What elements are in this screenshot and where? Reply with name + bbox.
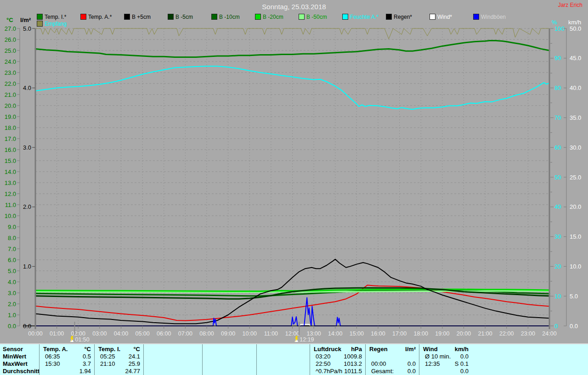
- temp-axis-label: 1.0: [8, 312, 16, 319]
- time-axis-label: 13:00: [306, 330, 321, 337]
- table-value: 24.77: [94, 368, 140, 375]
- table-separator: [143, 344, 144, 375]
- time-axis-label: 18:00: [414, 330, 428, 337]
- time-axis-label: 05:00: [135, 330, 149, 337]
- time-axis-label: 23:00: [521, 330, 535, 337]
- time-axis-label: 10:00: [243, 330, 257, 337]
- legend-row-1: Temp. I.*Temp. A.*B +5cmB -5cmB -10cmB -…: [37, 13, 517, 20]
- time-axis-label: 03:00: [92, 330, 107, 337]
- marker-time-label: 01:50: [75, 336, 89, 343]
- temp-axis-label: 7.0: [8, 246, 16, 252]
- table-value: 0.0: [365, 360, 416, 368]
- table-value: S 0.1: [419, 360, 469, 368]
- temp-axis-unit: °C: [6, 17, 13, 23]
- humidity-axis-unit: %: [552, 19, 557, 26]
- temp-axis-label: 27.0: [5, 25, 16, 32]
- temp-axis-label: 23.0: [5, 69, 16, 76]
- table-value: 25.9: [94, 360, 140, 368]
- legend-label: B -20cm: [263, 14, 283, 20]
- wind-axis-label: 20.0: [570, 203, 581, 210]
- wind-axis-label: 30.0: [570, 144, 581, 151]
- temp-axis-label: 16.0: [5, 146, 16, 153]
- table-value: 1011.5: [310, 368, 362, 375]
- wind-axis-label: 45.0: [570, 55, 581, 62]
- humidity-axis-label: 20: [554, 263, 561, 270]
- time-axis-label: 15:00: [350, 330, 364, 337]
- wind-axis-label: 50.0: [570, 25, 581, 32]
- time-axis-label: 02:00: [71, 330, 85, 337]
- table-value: 0.0: [419, 368, 469, 375]
- temp-axis-label: 20.0: [5, 102, 16, 109]
- table-value: 0.0: [419, 353, 469, 360]
- legend-item-temp-a: Temp. A.*: [80, 14, 124, 20]
- temp-axis-label: 3.0: [8, 290, 16, 297]
- table-value: 1.94: [39, 368, 91, 375]
- time-axis-label: 04:00: [114, 330, 128, 337]
- temp-axis-label: 9.0: [8, 224, 16, 230]
- time-axis-label: 09:00: [221, 330, 235, 337]
- table-row-label: Sensor: [3, 346, 23, 353]
- legend-swatch-icon: [80, 14, 86, 20]
- table-col-unit: l/m²: [365, 346, 416, 353]
- table-separator: [256, 344, 257, 375]
- temp-axis-label: 2.0: [8, 301, 16, 308]
- legend-item-b-5cm: B +5cm: [124, 14, 168, 20]
- table-value: 3.7: [39, 360, 91, 368]
- legend-swatch-icon: [430, 14, 435, 20]
- time-axis-label: 11:00: [264, 330, 278, 337]
- humidity-axis-label: 90: [554, 55, 561, 62]
- temp-axis-label: 10.0: [5, 213, 16, 219]
- table-row-label: MinWert: [3, 353, 26, 360]
- temp-axis-label: 17.0: [5, 135, 16, 142]
- rain-axis-label: 0.0: [23, 323, 31, 330]
- legend-label: B -5cm: [175, 14, 193, 20]
- legend-label: Empfang: [45, 21, 67, 27]
- wind-axis-unit: km/h: [568, 19, 581, 26]
- legend-item-b-50cm: B -50cm: [299, 14, 342, 20]
- time-axis-label: 07:00: [178, 330, 192, 337]
- temp-axis-label: 12.0: [5, 190, 16, 197]
- time-axis-label: 01:00: [50, 330, 64, 337]
- table-separator: [202, 344, 203, 375]
- legend-label: B +5cm: [132, 14, 151, 20]
- humidity-axis-label: 0: [554, 323, 558, 330]
- legend: Temp. I.*Temp. A.*B +5cmB -5cmB -10cmB -…: [37, 13, 517, 27]
- chart-canvas: 0.01.02.03.04.05.06.07.08.09.010.011.012…: [0, 0, 588, 343]
- time-axis-label: 16:00: [371, 330, 385, 337]
- legend-label: Feuchte A.*: [350, 14, 379, 20]
- legend-label: B -50cm: [306, 14, 327, 20]
- time-axis-label: 00:00: [28, 330, 42, 337]
- time-axis-label: 17:00: [392, 330, 407, 337]
- wind-axis-label: 5.0: [570, 293, 578, 300]
- table-col-unit: km/h: [419, 346, 469, 353]
- legend-label: Wind*: [437, 14, 452, 20]
- table-row-label: MaxWert: [3, 360, 28, 368]
- time-axis-label: 24:00: [542, 330, 556, 337]
- wind-axis-label: 15.0: [570, 233, 581, 240]
- legend-label: Windböen: [481, 14, 506, 20]
- temp-axis-label: 6.0: [8, 257, 16, 263]
- humidity-axis-label: 30: [554, 233, 561, 240]
- weather-chart-app: { "header": {"title": "Sonntag, 25.03.20…: [0, 0, 588, 375]
- humidity-axis-label: 60: [554, 144, 561, 151]
- legend-item-wind: Wind*: [430, 14, 473, 20]
- table-value: 24.1: [94, 353, 140, 360]
- legend-swatch-icon: [211, 14, 217, 20]
- table-value: 0.5: [39, 353, 91, 360]
- temp-axis-label: 25.0: [5, 47, 16, 54]
- wind-axis-label: 40.0: [570, 84, 581, 91]
- rain-axis-label: 2.0: [23, 203, 31, 210]
- temp-axis-label: 0.0: [8, 323, 16, 330]
- temp-axis-label: 15.0: [5, 157, 16, 164]
- rain-axis-unit: l/m²: [20, 17, 31, 23]
- humidity-axis-label: 70: [554, 114, 561, 121]
- legend-swatch-icon: [386, 14, 392, 20]
- time-axis-label: 08:00: [199, 330, 214, 337]
- legend-label: Temp. A.*: [88, 14, 112, 20]
- temp-axis-label: 4.0: [8, 279, 16, 285]
- page-title: Sonntag, 25.03.2018: [0, 3, 588, 11]
- legend-swatch-icon: [168, 14, 174, 20]
- temp-axis-label: 24.0: [5, 58, 16, 65]
- legend-item-windb-en: Windböen: [473, 14, 517, 20]
- rain-axis-label: 5.0: [23, 25, 31, 32]
